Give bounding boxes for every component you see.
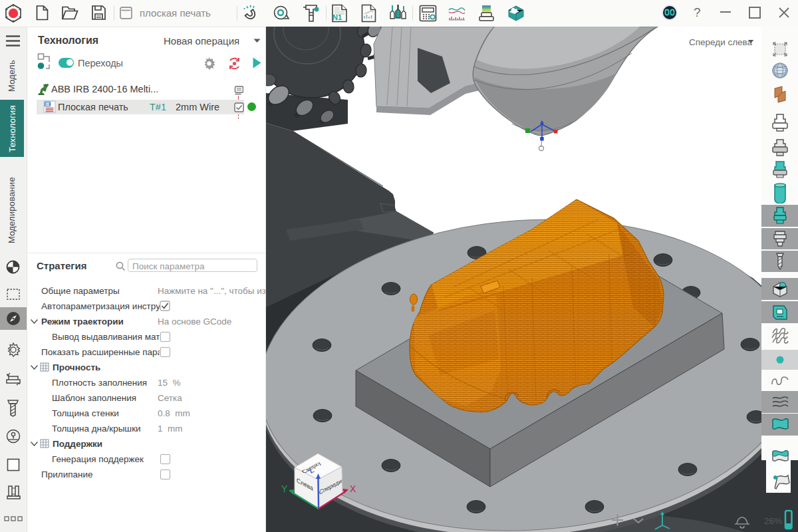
svg-text:26%: 26% (764, 516, 782, 526)
svg-text:Y: Y (281, 483, 288, 494)
svg-text:N1: N1 (332, 13, 342, 21)
svg-text:X: X (350, 483, 356, 494)
svg-text:Спереди слева: Спереди слева (689, 37, 753, 47)
